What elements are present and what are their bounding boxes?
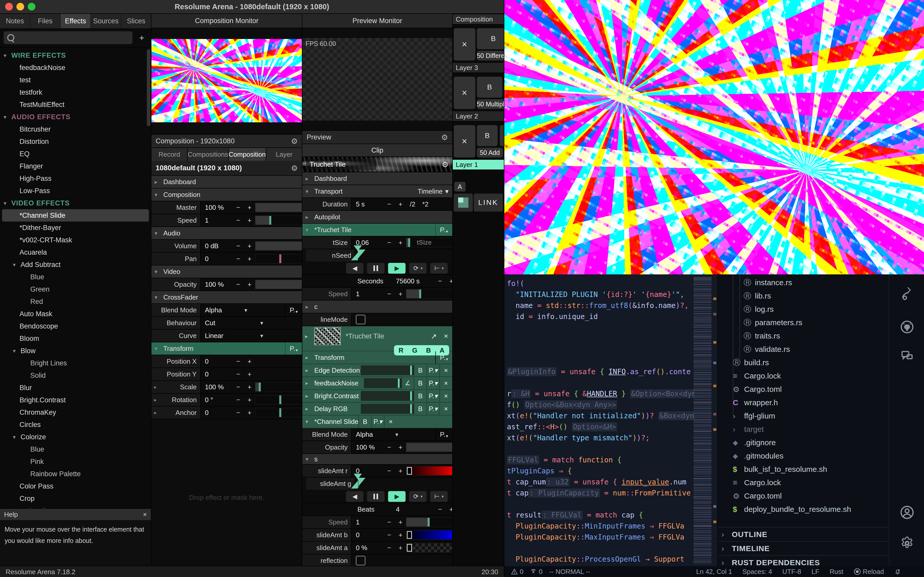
param-p-button[interactable]: P.▾	[285, 304, 302, 316]
collapse-icon[interactable]: ▸	[305, 176, 314, 182]
effect-item[interactable]: test	[0, 74, 151, 86]
effect-item[interactable]: Bendoscope	[0, 320, 151, 332]
effect-item[interactable]: Bloom	[0, 332, 151, 345]
layer-blend-button[interactable]: 50 Add	[477, 148, 503, 158]
chevron-down-icon[interactable]: ▾	[395, 431, 398, 438]
file-item[interactable]: $deploy_bundle_to_resolume.sh	[718, 503, 889, 516]
increment-button[interactable]: +	[395, 467, 406, 475]
effect-item[interactable]: Blur	[0, 382, 151, 394]
clip-tab[interactable]: Clip	[302, 144, 452, 157]
account-icon[interactable]	[900, 505, 914, 519]
param-value[interactable]: 0 %	[352, 544, 383, 552]
effect-item[interactable]: Solid	[0, 369, 151, 382]
increment-button[interactable]: +	[395, 239, 406, 247]
ports-indicator[interactable]: 0	[530, 568, 542, 576]
pause-button[interactable]	[367, 491, 384, 502]
chevron-down-icon[interactable]: ▾	[260, 333, 263, 339]
p-button[interactable]: P.▾	[426, 403, 439, 415]
channel-r[interactable]: R	[399, 347, 404, 355]
bypass-button[interactable]: B	[414, 377, 426, 389]
collapse-icon[interactable]: ▸	[305, 406, 314, 412]
crossfader-a-button[interactable]: A	[454, 182, 465, 192]
collapse-icon[interactable]: ▸	[305, 333, 314, 340]
slider-handle[interactable]	[407, 467, 412, 475]
decrement-button[interactable]: −	[233, 204, 244, 211]
collapse-icon[interactable]: ▸	[305, 304, 314, 310]
increment-button[interactable]: +	[395, 531, 406, 539]
settings-gear-icon[interactable]	[900, 536, 914, 550]
decrement-button[interactable]: −	[383, 467, 395, 475]
checkbox[interactable]	[356, 556, 365, 566]
bypass-button[interactable]: B	[414, 390, 426, 402]
dropdown-value[interactable]: Cut	[201, 319, 249, 327]
file-item[interactable]: ⚙Cargo.toml	[718, 489, 889, 503]
p-button[interactable]: P.▾	[426, 390, 439, 402]
explorer-section-rust-dependencies[interactable]: ›RUST DEPENDENCIES	[718, 555, 889, 566]
effect-item[interactable]: *Channel Slide	[2, 209, 149, 222]
file-item[interactable]: ≡Cargo.lock	[718, 476, 889, 489]
collapse-icon[interactable]: ▸	[155, 179, 163, 185]
effect-chain-edge-detection[interactable]: ▸Edge DetectionBP.▾×	[302, 364, 452, 377]
collapse-icon[interactable]: ▾	[13, 434, 21, 440]
slider[interactable]	[255, 382, 302, 392]
effect-item[interactable]: Crop	[0, 492, 151, 504]
effect-chain--channel-slide[interactable]: ▾*Channel SlideBP.▾×	[302, 416, 452, 428]
effect-item[interactable]: Bright.Contrast	[0, 394, 151, 406]
dropdown-value[interactable]: Alpha	[201, 306, 233, 314]
increment-button[interactable]: +	[244, 242, 255, 250]
effect-item[interactable]: Blue	[0, 443, 151, 455]
gear-icon[interactable]: ⚙	[442, 160, 449, 169]
collapse-icon[interactable]: ▸	[305, 214, 314, 220]
effect-opacity-slider[interactable]	[361, 366, 414, 375]
chevron-down-icon[interactable]: ▾	[244, 307, 247, 313]
collapse-icon[interactable]: ▸	[154, 384, 157, 390]
composition-tab-layer[interactable]: Layer	[266, 148, 302, 161]
increment-button[interactable]: +	[395, 518, 406, 526]
warnings-indicator[interactable]: 0	[511, 568, 523, 576]
effect-chain-feedbacknoise[interactable]: ▸feedbackNoise∠BP.▾×	[302, 377, 452, 390]
composition-swatch-button[interactable]	[454, 193, 473, 211]
increment-button[interactable]: +	[244, 358, 255, 366]
effect-item[interactable]: ▾Colorize	[0, 431, 151, 443]
decrement-button[interactable]: −	[383, 518, 395, 526]
minimap[interactable]	[693, 277, 711, 564]
increment-button[interactable]: +	[446, 506, 452, 513]
file-item[interactable]: ›target	[718, 422, 889, 436]
increment-button[interactable]: +	[244, 216, 255, 224]
decrement-button[interactable]: −	[383, 544, 395, 552]
param-value[interactable]: 1	[201, 216, 233, 224]
collapse-icon[interactable]: ▸	[305, 380, 314, 386]
layer-bypass-button[interactable]: B	[477, 77, 502, 98]
effect-item[interactable]: Circles	[0, 419, 151, 431]
decrement-button[interactable]: −	[233, 396, 244, 404]
collapse-icon[interactable]: ▾	[3, 200, 11, 206]
param-value[interactable]: 0 °	[201, 396, 233, 404]
section-dashboard[interactable]: ▸Dashboard	[152, 176, 302, 189]
play-button[interactable]: ▶	[388, 491, 405, 502]
section-transport[interactable]: ▾TransportTimeline▾	[302, 185, 452, 198]
param-p-button[interactable]: P.▾	[435, 428, 452, 440]
slider[interactable]	[406, 543, 452, 552]
checkbox[interactable]	[356, 315, 365, 324]
file-item[interactable]: ◆.gitmodules	[718, 449, 889, 463]
effect-item[interactable]: Rainbow Palette	[0, 468, 151, 480]
bypass-button[interactable]: B	[358, 416, 371, 428]
bounce-button[interactable]: ⊢▾	[430, 491, 447, 502]
file-item[interactable]: Ⓡlog.rs	[718, 303, 889, 316]
slider[interactable]	[406, 289, 452, 298]
add-effect-button[interactable]: +	[136, 33, 147, 43]
tab-notes[interactable]: Notes	[0, 14, 30, 28]
transport-mode[interactable]: Timeline	[418, 187, 443, 195]
composition-name-row[interactable]: 1080default (1920 x 1080) ⚙	[152, 161, 302, 176]
slider-handle[interactable]	[407, 531, 412, 539]
effect-group[interactable]: ▾WIRE EFFECTS	[0, 49, 151, 61]
comments-icon[interactable]	[900, 349, 914, 363]
layer-label[interactable]: Layer 1	[453, 160, 504, 170]
effect-item[interactable]: EQ	[0, 148, 151, 160]
effect-item[interactable]: *Dither-Bayer	[0, 222, 151, 234]
indentation[interactable]: Spaces: 4	[742, 568, 772, 576]
slider[interactable]	[406, 530, 452, 540]
tab-sources[interactable]: Sources	[91, 14, 121, 28]
effect-chain-delay-rgb[interactable]: ▸Delay RGBBP.▾×	[302, 403, 452, 416]
layer-solo-button[interactable]	[500, 125, 504, 146]
